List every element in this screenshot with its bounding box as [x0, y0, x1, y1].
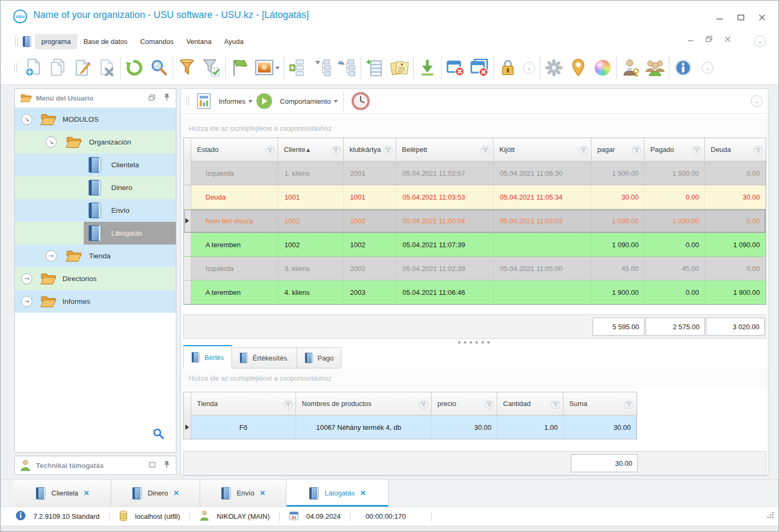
tree-item-envio[interactable]: Envío — [15, 199, 176, 222]
doc-tab-clientela[interactable]: Clientela ✕ — [14, 480, 111, 507]
close-tab-icon[interactable]: ✕ — [259, 489, 265, 497]
close-tab-icon[interactable]: ✕ — [84, 489, 89, 497]
pin-panel-icon[interactable] — [163, 461, 171, 471]
mdi-minimize-button[interactable] — [687, 36, 694, 44]
filter-icon[interactable] — [754, 146, 763, 155]
filter-icon[interactable] — [481, 146, 490, 155]
menu-ventana[interactable]: Ventana — [180, 34, 218, 49]
column-header-productos[interactable]: Nombres de productos — [296, 392, 432, 416]
maximize-button[interactable] — [734, 12, 748, 23]
column-header-pagado[interactable]: Pagado — [644, 138, 705, 161]
edit-document-button[interactable] — [70, 55, 94, 80]
toolbar-drag-handle-3[interactable] — [186, 96, 189, 106]
comportamiento-dropdown[interactable]: Comportamiento — [280, 97, 331, 105]
filter-icon[interactable] — [692, 146, 702, 155]
tree-item-modulos[interactable]: ↘ MODULOS — [15, 108, 176, 131]
expand-node-icon[interactable]: → — [21, 273, 32, 284]
column-header-precio[interactable]: precio — [432, 392, 497, 416]
minimize-button[interactable] — [713, 12, 727, 23]
report-toolbar-overflow-chevron-icon[interactable]: ⌄ — [751, 95, 763, 107]
collapse-tree-up-button[interactable] — [335, 55, 359, 80]
table-row[interactable]: A teremben1002 100205.04.2021 11:07:39 1… — [184, 233, 766, 257]
doc-tab-envio[interactable]: Envío ✕ — [200, 480, 286, 507]
column-header-cantidad[interactable]: Cantidad — [497, 392, 563, 416]
info-button[interactable] — [671, 55, 695, 80]
filter-icon[interactable] — [419, 400, 428, 409]
informes-dropdown[interactable]: Informes — [219, 97, 246, 105]
filter-icon[interactable] — [579, 146, 588, 155]
settings-gear-button[interactable] — [542, 55, 566, 80]
column-header-tienda[interactable]: Tienda — [191, 392, 296, 416]
toolbar-drag-handle[interactable] — [15, 37, 18, 46]
column-header-pagar[interactable]: pagar — [592, 138, 644, 161]
column-header-suma[interactable]: Suma — [563, 392, 637, 416]
filter-icon[interactable] — [283, 400, 293, 409]
table-row-selected[interactable]: Nem tért vissza1002 100205.04.2021 11:00… — [184, 209, 766, 233]
tree-item-organizacion[interactable]: ↘ Organización — [15, 131, 176, 154]
clock-button[interactable] — [349, 91, 372, 112]
column-header-klubkartya[interactable]: klubkártya — [344, 138, 396, 161]
doc-tab-dinero[interactable]: Dinero ✕ — [111, 480, 200, 507]
table-row[interactable]: Izquierda3. kliens 200205.04.2021 11:02:… — [184, 257, 766, 281]
column-header-cliente[interactable]: Cliente▲ — [278, 138, 344, 161]
collapse-node-icon[interactable]: ↘ — [46, 137, 57, 148]
menu-ayuda[interactable]: Ayuda — [218, 34, 250, 49]
expand-node-icon[interactable]: → — [46, 250, 57, 262]
user-group-button[interactable] — [643, 55, 667, 80]
tree-item-latogatas-selected[interactable]: Látogatás — [15, 222, 176, 245]
search-button[interactable] — [147, 55, 171, 80]
filter-button[interactable] — [175, 55, 199, 80]
menu-programa[interactable]: programa — [35, 34, 77, 49]
tab-ertekesites[interactable]: Értékesítés. — [231, 347, 297, 368]
group-by-panel[interactable]: Húzza ide az oszlopfejlécet a csoportosí… — [181, 119, 768, 138]
mdi-close-button[interactable] — [724, 36, 731, 44]
filter-apply-button[interactable] — [199, 55, 223, 80]
menu-comandos[interactable]: Comandos — [134, 34, 180, 49]
new-document-button[interactable] — [21, 55, 46, 80]
filter-icon[interactable] — [331, 146, 341, 155]
table-row[interactable]: Deuda1001 100105.04.2021 11:03:53 05.04.… — [184, 185, 766, 209]
tree-item-directorios[interactable]: → Directorios — [15, 267, 176, 290]
tab-berles[interactable]: Bérlés — [183, 345, 232, 368]
tree-item-clientela[interactable]: Clientela — [15, 154, 176, 176]
resize-grip[interactable] — [767, 511, 774, 520]
lock-button[interactable] — [496, 55, 520, 80]
filter-icon[interactable] — [624, 400, 634, 409]
maximize-panel-icon[interactable] — [149, 462, 156, 470]
informes-caret-icon[interactable] — [248, 100, 253, 103]
expand-node-icon[interactable]: → — [21, 296, 32, 307]
splitter-handle[interactable]: ■ ■ ■ ■ ■ ■ — [181, 339, 768, 345]
table-row[interactable]: A teremben4. kliens 200305.04.2021 11:06… — [184, 281, 766, 304]
color-sphere-button[interactable] — [590, 55, 615, 80]
picture-button[interactable] — [252, 55, 282, 80]
location-pin-button[interactable] — [566, 55, 590, 80]
close-tab-icon[interactable]: ✕ — [360, 489, 366, 497]
copy-document-button[interactable] — [46, 55, 70, 80]
detail-table-row-selected[interactable]: Fő 10067 Néhány termék 4, db 30.00 1.00 … — [184, 416, 637, 439]
toolbar-overflow-chevron-icon[interactable]: ⌄ — [520, 55, 538, 80]
download-button[interactable] — [415, 55, 440, 80]
collapse-node-icon[interactable]: ↘ — [21, 114, 32, 125]
expand-tree-down-button[interactable] — [310, 55, 335, 80]
column-header-deuda[interactable]: Deuda — [705, 138, 766, 161]
column-header-belepett[interactable]: Belépett — [396, 138, 494, 161]
filter-icon[interactable] — [632, 146, 641, 155]
tree-item-tienda[interactable]: → Tienda — [15, 245, 176, 267]
toolbar-drag-handle-2[interactable] — [14, 63, 17, 73]
filter-icon[interactable] — [485, 400, 494, 409]
mdi-restore-button[interactable] — [705, 35, 713, 44]
float-panel-icon[interactable] — [148, 94, 156, 103]
pin-panel-icon[interactable] — [163, 93, 171, 103]
close-all-windows-button[interactable] — [468, 55, 492, 80]
notes-button[interactable] — [387, 55, 411, 80]
detail-group-by-panel[interactable]: Húzza ide az oszlopfejlécet a csoportosí… — [181, 368, 768, 387]
tree-item-informes[interactable]: → Informes — [15, 290, 176, 313]
menu-overflow-chevron-icon[interactable]: ⌄ — [754, 35, 766, 47]
close-window-button[interactable] — [443, 55, 468, 80]
filter-icon[interactable] — [265, 146, 275, 155]
comportamiento-caret-icon[interactable] — [334, 100, 338, 103]
technical-support-panel[interactable]: Technikai támogatás — [14, 456, 176, 475]
add-row-button[interactable] — [363, 55, 387, 80]
delete-document-button[interactable] — [94, 55, 119, 80]
table-row[interactable]: Izquierda1. kliens 200105.04.2021 11:02:… — [184, 161, 766, 185]
